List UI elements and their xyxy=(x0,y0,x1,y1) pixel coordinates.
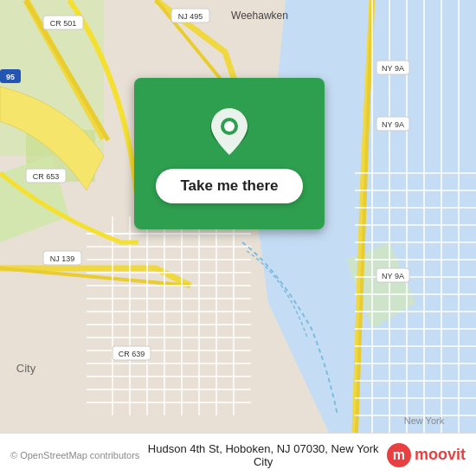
map-container: CR 501 CR 653 NJ 139 CR 639 NJ 495 NY 9A… xyxy=(0,0,476,433)
svg-text:NY 9A: NY 9A xyxy=(382,64,404,73)
svg-text:CR 639: CR 639 xyxy=(119,350,145,358)
take-me-there-button[interactable]: Take me there xyxy=(156,169,302,203)
svg-text:NY 9A: NY 9A xyxy=(382,120,404,129)
moovit-logo-icon: m xyxy=(387,443,411,467)
bottom-bar: © OpenStreetMap contributors Hudson 4th … xyxy=(0,433,476,476)
map-attribution: © OpenStreetMap contributors xyxy=(10,450,139,460)
location-card: Take me there xyxy=(134,78,325,229)
moovit-logo-text: moovit xyxy=(415,446,466,464)
svg-text:New York: New York xyxy=(404,415,445,426)
svg-text:CR 501: CR 501 xyxy=(50,19,77,28)
svg-text:CR 653: CR 653 xyxy=(33,172,60,181)
address-label: Hudson 4th St, Hoboken, NJ 07030, New Yo… xyxy=(139,442,387,468)
svg-text:City: City xyxy=(16,362,36,375)
svg-text:95: 95 xyxy=(6,73,15,81)
svg-point-73 xyxy=(224,121,235,132)
svg-text:Weehawken: Weehawken xyxy=(231,10,288,22)
map-pin-icon xyxy=(207,105,252,158)
svg-text:NJ 139: NJ 139 xyxy=(50,254,75,263)
svg-text:NY 9A: NY 9A xyxy=(382,272,404,280)
moovit-logo: m moovit xyxy=(387,443,466,467)
svg-text:NJ 495: NJ 495 xyxy=(178,12,203,21)
